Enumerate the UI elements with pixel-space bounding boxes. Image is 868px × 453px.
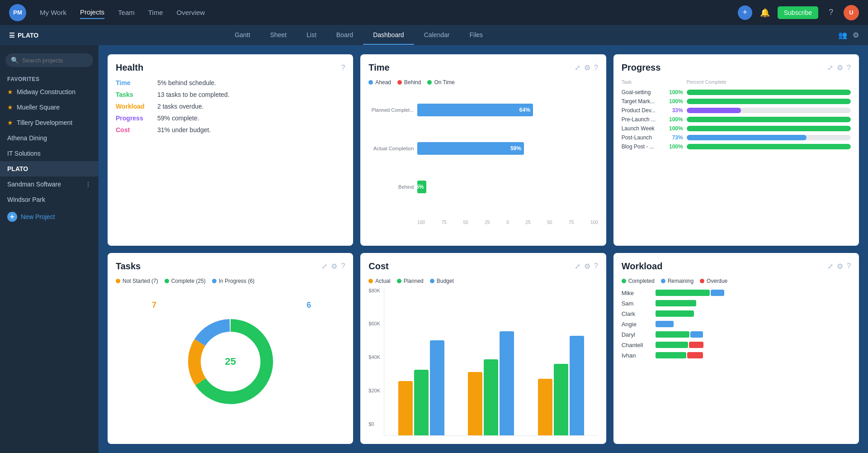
tab-sheet[interactable]: Sheet: [260, 26, 297, 45]
tab-board[interactable]: Board: [326, 26, 363, 45]
user-avatar[interactable]: U: [844, 5, 859, 20]
settings-icon[interactable]: ⚙: [853, 31, 859, 39]
sidebar-item-plato[interactable]: PLATO: [0, 161, 99, 176]
cost-bar-group-2: [533, 336, 589, 435]
help-icon[interactable]: ?: [594, 64, 598, 72]
daryl-remaining: [690, 331, 703, 338]
help-icon[interactable]: ?: [847, 64, 851, 72]
help-button[interactable]: ?: [824, 5, 838, 20]
col-bar: Percent Complete: [687, 79, 851, 85]
time-card-icons: ⤢ ⚙ ?: [575, 63, 598, 72]
sidebar-item-windsor[interactable]: Windsor Park: [0, 192, 99, 207]
progress-title: Progress: [622, 62, 661, 73]
tab-calendar[interactable]: Calendar: [414, 26, 460, 45]
new-project-icon: +: [7, 212, 17, 222]
worker-angie: Angie: [622, 321, 651, 328]
donut-number: 25: [225, 356, 236, 367]
bar-container-planned: 64%: [417, 103, 598, 117]
expand-icon[interactable]: ⤢: [575, 63, 580, 72]
sidebar-item-midway[interactable]: ★ Midway Construction: [0, 84, 99, 100]
bar-actual-0: [398, 381, 413, 435]
mike-bars: [656, 290, 851, 296]
tab-files[interactable]: Files: [459, 26, 493, 45]
sidebar-item-sandman[interactable]: Sandman Software ⋮: [0, 176, 99, 192]
help-icon[interactable]: ?: [594, 262, 598, 270]
help-icon[interactable]: ?: [847, 262, 851, 270]
settings-icon[interactable]: ⚙: [331, 262, 337, 271]
tasks-card-header: Tasks ⤢ ⚙ ?: [116, 261, 345, 272]
workload-card: Workload ⤢ ⚙ ? Completed Remaining: [613, 253, 859, 444]
health-label-time: Time: [116, 79, 152, 86]
search-box[interactable]: 🔍: [5, 53, 93, 67]
pct-4: 100%: [666, 125, 683, 132]
settings-icon[interactable]: ⚙: [837, 63, 843, 72]
worker-sam: Sam: [622, 300, 651, 307]
help-icon[interactable]: ?: [341, 262, 345, 270]
sidebar-item-tillery[interactable]: ★ Tillery Development: [0, 115, 99, 130]
tasks-card: Tasks ⤢ ⚙ ? Not Started (7) Complete (25…: [108, 253, 353, 444]
help-circle-icon[interactable]: ?: [341, 64, 345, 72]
add-button[interactable]: +: [738, 5, 752, 20]
bar-bg-4: [687, 126, 851, 131]
settings-icon[interactable]: ⚙: [837, 262, 843, 271]
legend-remaining: Remaining: [661, 278, 693, 284]
subscribe-button[interactable]: Subscribe: [778, 6, 818, 19]
worker-daryl: Daryl: [622, 331, 651, 338]
nav-time[interactable]: Time: [148, 6, 163, 19]
angie-bars: [656, 321, 851, 327]
nav-team[interactable]: Team: [118, 6, 135, 19]
clark-bars: [656, 310, 851, 317]
time-bar-row-planned: Planned Complet... 64%: [368, 103, 598, 117]
task-2: Product Dev...: [622, 107, 662, 114]
new-project-button[interactable]: + New Project: [0, 207, 99, 226]
pct-3: 100%: [666, 116, 683, 123]
health-title: Health: [116, 62, 143, 73]
health-label-cost: Cost: [116, 126, 152, 134]
clark-completed: [656, 310, 694, 317]
workload-row-angie: Angie: [622, 321, 851, 328]
notifications-button[interactable]: 🔔: [758, 5, 772, 20]
nav-my-work[interactable]: My Work: [40, 6, 66, 19]
progress-card-header: Progress ⤢ ⚙ ?: [622, 62, 851, 73]
ontime-dot: [427, 80, 432, 85]
legend-complete: Complete (25): [165, 278, 206, 284]
tab-gantt[interactable]: Gantt: [225, 26, 260, 45]
legend-completed: Completed: [622, 278, 655, 284]
ivhan-bars: [656, 352, 851, 358]
task-0: Goal-setting: [622, 89, 662, 95]
expand-icon[interactable]: ⤢: [575, 262, 580, 271]
workload-row-sam: Sam: [622, 300, 851, 307]
cost-card: Cost ⤢ ⚙ ? Actual Planned Budg: [360, 253, 606, 444]
more-icon[interactable]: ⋮: [85, 181, 91, 188]
ivhan-overdue: [687, 352, 703, 358]
tab-dashboard[interactable]: Dashboard: [363, 26, 414, 45]
nav-overview[interactable]: Overview: [177, 6, 205, 19]
health-row-workload: Workload 2 tasks overdue.: [116, 103, 345, 110]
settings-icon[interactable]: ⚙: [584, 63, 590, 72]
sidebar-item-athena[interactable]: Athena Dining: [0, 130, 99, 146]
sidebar-item-mueller[interactable]: ★ Mueller Square: [0, 100, 99, 115]
chantell-bars: [656, 342, 851, 348]
settings-icon[interactable]: ⚙: [584, 262, 590, 271]
workload-row-chantell: Chantell: [622, 342, 851, 348]
progress-header: Task Percent Complete: [622, 79, 851, 85]
pct-1: 100%: [666, 98, 683, 105]
health-label-progress: Progress: [116, 114, 152, 122]
progress-card: Progress ⤢ ⚙ ? Task Percent Complete Goa…: [613, 54, 859, 246]
search-input[interactable]: [22, 57, 88, 64]
bar-label-behind: Behind: [368, 184, 414, 190]
users-icon[interactable]: 👥: [838, 31, 847, 39]
expand-icon[interactable]: ⤢: [321, 262, 327, 271]
expand-icon[interactable]: ⤢: [827, 262, 833, 271]
favorites-label: Favorites: [0, 72, 99, 84]
bar-actual-1: [468, 372, 482, 435]
nav-projects[interactable]: Projects: [80, 6, 104, 19]
tab-list[interactable]: List: [297, 26, 326, 45]
sidebar-item-it-solutions[interactable]: IT Solutions: [0, 146, 99, 161]
expand-icon[interactable]: ⤢: [827, 63, 833, 72]
chantell-completed: [656, 342, 688, 348]
workload-title: Workload: [622, 261, 663, 272]
in-progress-count: 6: [307, 300, 311, 310]
worker-clark: Clark: [622, 310, 651, 317]
bar-planned: 64%: [417, 104, 533, 116]
